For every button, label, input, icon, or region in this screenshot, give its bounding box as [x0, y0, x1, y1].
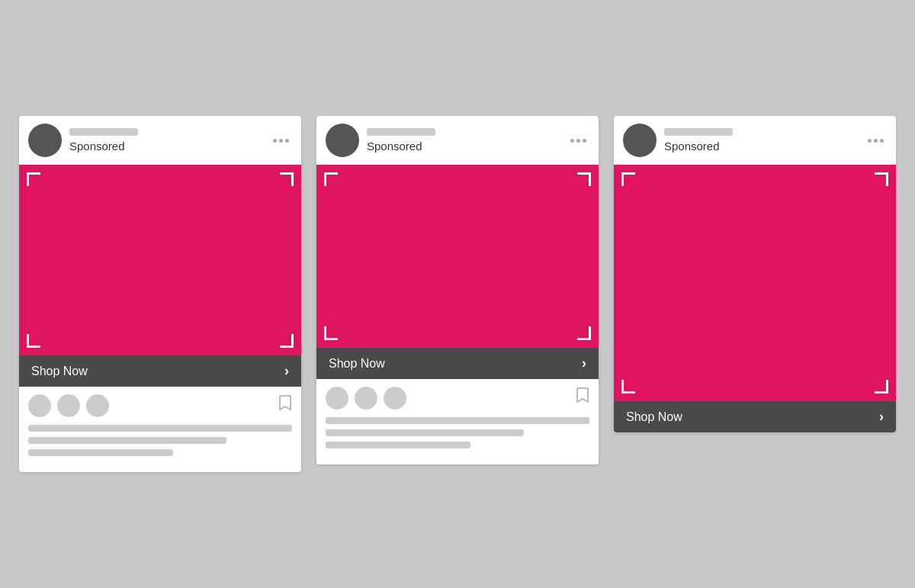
header-left-3: Sponsored: [623, 124, 733, 157]
dot: [273, 139, 277, 143]
header-left-1: Sponsored: [28, 124, 138, 157]
name-bar-2: [367, 128, 435, 136]
more-options-icon-2[interactable]: [570, 139, 589, 143]
dot: [874, 139, 878, 143]
header-text-1: Sponsored: [69, 128, 138, 153]
dot: [279, 139, 283, 143]
corner-tr: [280, 172, 294, 186]
more-options-icon-1[interactable]: [273, 139, 292, 143]
reaction-2[interactable]: [355, 387, 377, 410]
sponsored-label-1: Sponsored: [69, 140, 138, 153]
ad-card-2: Sponsored Shop Now ›: [316, 116, 599, 464]
dot: [868, 139, 872, 143]
reaction-icons-2: [326, 387, 406, 410]
avatar-1: [28, 124, 62, 157]
reaction-3[interactable]: [384, 387, 406, 410]
dot: [880, 139, 884, 143]
shop-now-label-3: Shop Now: [626, 410, 682, 424]
reaction-1[interactable]: [28, 394, 51, 417]
avatar-3: [623, 124, 657, 157]
ad-image-2: [316, 165, 599, 348]
bookmark-area-1[interactable]: [278, 394, 292, 411]
text-line-2: [28, 437, 226, 444]
header-left-2: Sponsored: [326, 124, 435, 157]
shop-now-arrow-3: ›: [879, 409, 884, 425]
corner-tl: [324, 172, 338, 186]
card-header-2: Sponsored: [316, 116, 599, 165]
corner-tr: [875, 172, 888, 186]
card-footer-1: [19, 387, 301, 472]
reaction-3[interactable]: [86, 394, 109, 417]
header-text-2: Sponsored: [367, 128, 435, 153]
sponsored-label-3: Sponsored: [664, 140, 733, 153]
dot: [583, 139, 586, 143]
name-bar-3: [664, 128, 733, 136]
corner-br: [875, 380, 888, 394]
corner-bl: [621, 380, 635, 394]
reaction-icons-1: [28, 394, 109, 417]
ad-image-1: [19, 165, 301, 355]
corner-br: [280, 334, 294, 348]
name-bar-1: [69, 128, 138, 136]
cards-container: Sponsored Shop Now ›: [19, 116, 896, 472]
card-header-3: Sponsored: [614, 116, 896, 165]
text-line-3: [28, 449, 173, 456]
dot: [285, 139, 289, 143]
text-line-1: [28, 425, 292, 432]
dot: [576, 139, 580, 143]
shop-now-label-1: Shop Now: [31, 365, 88, 378]
ad-card-1: Sponsored Shop Now ›: [19, 116, 301, 472]
corner-bl: [27, 334, 40, 348]
corner-bl: [324, 326, 338, 340]
card-footer-2: [316, 379, 599, 464]
card-header-1: Sponsored: [19, 116, 301, 165]
corner-br: [577, 326, 591, 340]
shop-now-arrow-2: ›: [582, 355, 586, 371]
corner-tl: [27, 172, 40, 186]
header-text-3: Sponsored: [664, 128, 733, 153]
shop-now-bar-1[interactable]: Shop Now ›: [19, 355, 301, 387]
footer-row-1: [28, 394, 292, 425]
text-line-2: [326, 429, 524, 436]
avatar-2: [326, 124, 359, 157]
corner-tl: [621, 172, 635, 186]
shop-now-arrow-1: ›: [284, 363, 289, 379]
more-options-icon-3[interactable]: [868, 139, 887, 143]
text-line-1: [326, 417, 589, 424]
bookmark-icon-1: [278, 394, 292, 411]
shop-now-bar-3[interactable]: Shop Now ›: [614, 401, 896, 432]
reaction-2[interactable]: [57, 394, 80, 417]
bookmark-icon-2: [576, 387, 589, 403]
bookmark-area-2[interactable]: [576, 387, 589, 403]
ad-card-3: Sponsored Shop Now ›: [614, 116, 896, 432]
reaction-1[interactable]: [326, 387, 348, 410]
ad-image-3: [614, 165, 896, 401]
shop-now-bar-2[interactable]: Shop Now ›: [316, 348, 599, 379]
text-line-3: [326, 442, 470, 448]
corner-tr: [577, 172, 591, 186]
shop-now-label-2: Shop Now: [329, 357, 385, 371]
sponsored-label-2: Sponsored: [367, 140, 435, 153]
footer-row-2: [326, 387, 589, 417]
dot: [570, 139, 574, 143]
